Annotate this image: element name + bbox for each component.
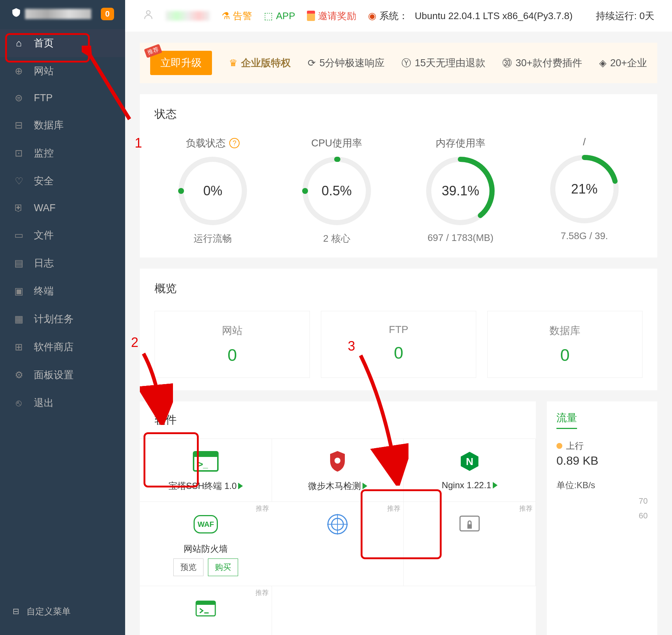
nav-label: 退出 bbox=[34, 396, 54, 409]
clock-icon: ⟳ bbox=[308, 57, 316, 69]
promo-upgrade-wrapper: 推荐 立即升级 bbox=[150, 51, 212, 75]
software-waf: 推荐 WAF 网站防火墙 预览 购买 bbox=[140, 502, 272, 586]
topbar-system: ◉ 系统： Ubuntu 22.04.1 LTS x86_64(Py3.7.8) bbox=[368, 10, 573, 22]
user-icon[interactable] bbox=[143, 9, 154, 23]
status-row: 负载状态 ? 0% 运行流畅 CPU使用率 bbox=[155, 136, 643, 245]
plus-icon: ㉚ bbox=[502, 57, 512, 69]
notification-badge[interactable]: 0 bbox=[101, 8, 114, 20]
nav-label: 计划任务 bbox=[34, 312, 74, 326]
status-title: 状态 bbox=[155, 107, 643, 122]
play-icon bbox=[362, 483, 367, 489]
overview-ftp[interactable]: FTP 0 bbox=[321, 311, 476, 378]
nav-settings[interactable]: ⚙ 面板设置 bbox=[0, 361, 125, 389]
recommend-tag: 推荐 bbox=[255, 588, 269, 597]
shield-icon: ♡ bbox=[13, 175, 25, 187]
yen-icon: Ⓨ bbox=[402, 57, 411, 70]
promo-enterprise[interactable]: ♛ 企业版特权 bbox=[229, 56, 291, 70]
grid-icon: ⊞ bbox=[13, 341, 25, 353]
arrow-1 bbox=[125, 46, 137, 127]
recommend-tag: 推荐 bbox=[387, 504, 400, 513]
ubuntu-icon: ◉ bbox=[368, 10, 376, 22]
nav-database[interactable]: ⊟ 数据库 bbox=[0, 111, 125, 139]
sidebar-title-blurred bbox=[25, 9, 91, 19]
upgrade-button[interactable]: 立即升级 bbox=[150, 51, 212, 75]
help-icon[interactable]: ? bbox=[229, 138, 240, 148]
sidebar-footer[interactable]: ⊟ 自定义菜单 bbox=[0, 598, 125, 625]
traffic-panel: 流量 上行 0.89 KB 单位:KB/s 70 60 bbox=[547, 401, 657, 635]
traffic-tab[interactable]: 流量 bbox=[556, 411, 577, 429]
nav-label: 数据库 bbox=[34, 118, 64, 132]
nav-terminal[interactable]: ▣ 终端 bbox=[0, 277, 125, 305]
crown-icon: ♛ bbox=[229, 57, 237, 69]
topbar-invite[interactable]: 邀请奖励 bbox=[307, 10, 356, 22]
sidebar-nav: ⌂ 首页 ⊕ 网站 ⊜ FTP ⊟ 数据库 ⊡ 监控 ♡ 安全 ⛨ WAF ▭ bbox=[0, 28, 125, 417]
nginx-icon: N bbox=[459, 450, 481, 472]
nav-home[interactable]: ⌂ 首页 bbox=[0, 29, 125, 57]
main-content: ⚗ 告警 ⬚ APP 邀请奖励 ◉ 系统： Ubuntu 22.04.1 LTS… bbox=[125, 0, 672, 635]
nav-files[interactable]: ▭ 文件 bbox=[0, 221, 125, 249]
software-nginx[interactable]: N Nginx 1.22.1 bbox=[404, 439, 536, 502]
nav-label: 首页 bbox=[34, 36, 54, 50]
promo-response[interactable]: ⟳ 5分钟极速响应 bbox=[308, 56, 385, 70]
uplink-dot-icon bbox=[556, 443, 562, 449]
recommend-tag: 推荐 bbox=[519, 504, 533, 513]
nav-security[interactable]: ♡ 安全 bbox=[0, 167, 125, 195]
promo-plugins[interactable]: ㉚ 30+款付费插件 bbox=[502, 56, 582, 70]
database-icon: ⊟ bbox=[13, 120, 25, 131]
status-disk[interactable]: / 21% 7.58G / 39. bbox=[526, 136, 643, 245]
runtime-text: 持续运行: 0天 bbox=[596, 10, 654, 22]
status-load[interactable]: 负载状态 ? 0% 运行流畅 bbox=[155, 136, 271, 245]
promo-enterprise2[interactable]: ◈ 20+企业 bbox=[599, 56, 647, 70]
nav-appstore[interactable]: ⊞ 软件商店 bbox=[0, 333, 125, 361]
ftp-icon: ⊜ bbox=[13, 92, 25, 104]
shield-red-icon bbox=[328, 450, 347, 472]
software-scan[interactable]: 微步木马检测 bbox=[272, 439, 404, 502]
svg-point-11 bbox=[335, 458, 340, 464]
software-panel: 软件 宝塔SSH终端 1.0 bbox=[140, 401, 536, 635]
nav-logs[interactable]: ▤ 日志 bbox=[0, 249, 125, 277]
software-item-7[interactable]: 推荐 bbox=[140, 586, 272, 635]
traffic-value: 0.89 KB bbox=[556, 454, 648, 468]
buy-button[interactable]: 购买 bbox=[208, 558, 238, 576]
promo-refund[interactable]: Ⓨ 15天无理由退款 bbox=[402, 56, 485, 70]
bottom-row: 软件 宝塔SSH终端 1.0 bbox=[140, 401, 657, 635]
waf-app-icon: WAF bbox=[194, 515, 218, 533]
alert-icon: ⚗ bbox=[222, 10, 230, 22]
software-item-5[interactable]: 推荐 bbox=[272, 502, 404, 586]
nav-label: 日志 bbox=[34, 256, 54, 270]
folder-icon: ▭ bbox=[13, 230, 25, 241]
nav-cron[interactable]: ▦ 计划任务 bbox=[0, 305, 125, 333]
nav-logout[interactable]: ⎋ 退出 bbox=[0, 389, 125, 417]
software-item-6[interactable]: 推荐 bbox=[404, 502, 536, 586]
software-ssh[interactable]: 宝塔SSH终端 1.0 bbox=[140, 439, 272, 502]
diamond-icon: ◈ bbox=[599, 57, 606, 69]
waf-icon: ⛨ bbox=[13, 202, 25, 214]
traffic-uplink: 上行 bbox=[556, 440, 648, 452]
status-memory[interactable]: 内存使用率 39.1% 697 / 1783(MB) bbox=[402, 136, 519, 245]
svg-point-0 bbox=[146, 11, 150, 14]
nav-monitor[interactable]: ⊡ 监控 bbox=[0, 139, 125, 167]
overview-row: 网站 0 FTP 0 数据库 0 bbox=[155, 311, 643, 378]
traffic-scale-70: 70 bbox=[556, 496, 648, 506]
overview-website[interactable]: 网站 0 bbox=[155, 311, 310, 378]
status-panel: 状态 负载状态 ? 0% 运行流畅 CPU使用率 bbox=[140, 94, 657, 258]
software-title: 软件 bbox=[140, 412, 536, 439]
menu-icon: ⊟ bbox=[13, 607, 19, 616]
play-icon bbox=[238, 483, 243, 489]
annotation-2: 2 bbox=[131, 335, 138, 350]
topbar-alert[interactable]: ⚗ 告警 bbox=[222, 10, 252, 22]
svg-rect-19 bbox=[467, 524, 472, 529]
status-cpu[interactable]: CPU使用率 0.5% 2 核心 bbox=[279, 136, 395, 245]
sidebar-header: 0 bbox=[0, 0, 125, 28]
nav-ftp[interactable]: ⊜ FTP bbox=[0, 85, 125, 111]
target-icon bbox=[326, 513, 349, 535]
nav-label: 面板设置 bbox=[34, 368, 74, 382]
nav-website[interactable]: ⊕ 网站 bbox=[0, 57, 125, 85]
overview-panel: 概览 网站 0 FTP 0 数据库 0 bbox=[140, 269, 657, 390]
preview-button[interactable]: 预览 bbox=[173, 558, 204, 576]
overview-database[interactable]: 数据库 0 bbox=[487, 311, 643, 378]
nav-label: 软件商店 bbox=[34, 340, 74, 354]
logo-icon bbox=[11, 7, 21, 20]
topbar-app[interactable]: ⬚ APP bbox=[264, 10, 295, 22]
nav-waf[interactable]: ⛨ WAF bbox=[0, 195, 125, 221]
